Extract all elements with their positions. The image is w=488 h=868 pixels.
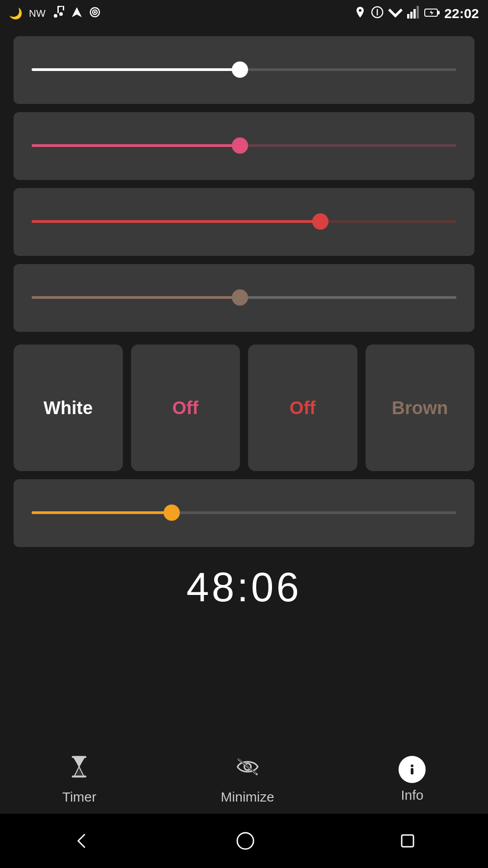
svg-rect-12 [407,14,409,19]
nav-item-timer[interactable]: Timer [62,754,97,805]
svg-line-4 [57,6,63,7]
color-button-row: White Off Off Brown [14,344,474,471]
timer-slider-track [32,511,456,514]
slider-thumb-red[interactable] [312,213,328,230]
svg-marker-5 [72,7,82,17]
signal-icon [407,6,420,22]
nav-label-minimize: Minimize [221,789,274,805]
svg-rect-13 [410,12,413,19]
slider-track-red [32,220,456,223]
slider-thumb-white[interactable] [232,61,248,78]
slider-panel-red[interactable] [14,188,474,256]
battery-icon [424,6,440,21]
slider-fill-brown [32,296,240,299]
timer-slider-track-container[interactable] [32,511,456,515]
info-icon [399,756,426,783]
timer-slider-panel[interactable] [14,479,474,547]
slider-track-container-red[interactable] [32,220,456,224]
status-bar: 🌙 NW 22:02 [0,0,488,27]
svg-rect-2 [57,7,59,13]
main-content: White Off Off Brown 48:06 [0,27,488,624]
color-button-off-pink[interactable]: Off [131,344,240,471]
time-display: 22:02 [444,6,479,21]
slider-fill-red [32,220,320,223]
back-button[interactable] [72,831,92,851]
svg-rect-26 [402,835,413,847]
svg-point-8 [94,12,95,13]
nav-label-timer: Timer [62,789,97,805]
mute-icon [371,6,384,22]
slider-fill-pink [32,144,240,147]
color-button-off-red[interactable]: Off [248,344,357,471]
svg-point-25 [237,833,253,849]
status-left-icons: 🌙 NW [9,6,101,21]
svg-marker-11 [388,9,403,18]
nw-label: NW [29,8,46,19]
svg-rect-23 [411,768,413,774]
timer-slider-fill [32,511,172,514]
bottom-nav: Timer Minimize Info [0,745,488,814]
color-button-brown[interactable]: Brown [366,344,475,471]
status-right-icons: 22:02 [354,6,479,22]
nav-label-info: Info [401,788,423,803]
slider-fill-white [32,68,240,71]
nav-item-minimize[interactable]: Minimize [221,754,274,805]
navigation-icon [71,6,83,21]
home-button[interactable] [235,831,255,851]
eye-off-icon [235,754,260,785]
recent-button[interactable] [399,832,416,849]
wifi-icon [388,6,403,21]
svg-rect-15 [417,6,419,19]
slider-thumb-brown[interactable] [232,289,248,306]
slider-track-container-pink[interactable] [32,144,456,148]
slider-track-white [32,68,456,71]
sys-nav [0,814,488,868]
hourglass-icon [66,754,92,785]
nav-item-info[interactable]: Info [399,756,426,803]
svg-point-1 [59,12,63,16]
moon-icon: 🌙 [9,7,23,20]
media-icon [52,6,65,21]
slider-panel-pink[interactable] [14,112,474,180]
timer-slider-thumb[interactable] [164,505,180,521]
svg-rect-14 [413,9,416,19]
svg-rect-3 [63,6,64,10]
slider-track-container-brown[interactable] [32,296,456,300]
svg-point-24 [411,764,413,767]
color-button-white[interactable]: White [14,344,123,471]
slider-thumb-pink[interactable] [232,137,248,154]
slider-track-pink [32,144,456,147]
target-icon [89,6,101,21]
svg-rect-17 [437,11,439,14]
slider-track-brown [32,296,456,299]
slider-panel-brown[interactable] [14,264,474,332]
slider-track-container-white[interactable] [32,68,456,72]
svg-point-0 [54,14,57,18]
timer-display: 48:06 [14,555,474,615]
slider-panel-white[interactable] [14,36,474,104]
location-icon [354,6,366,22]
